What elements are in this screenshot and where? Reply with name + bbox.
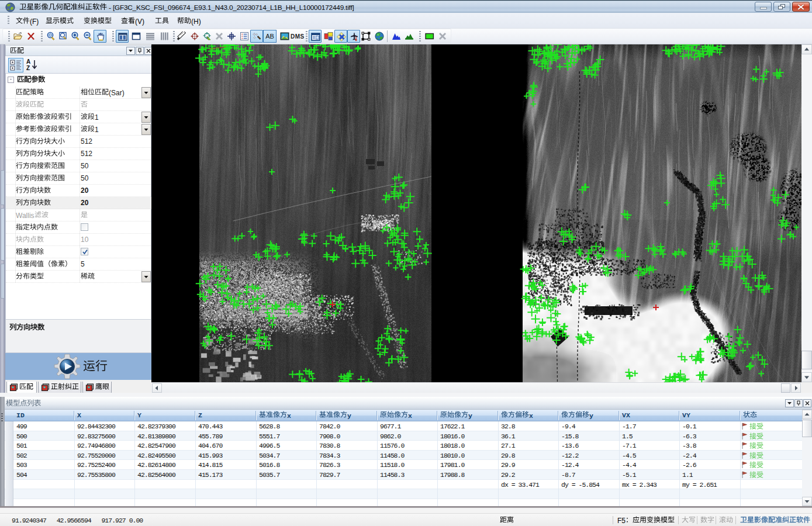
svg-text:Z: Z xyxy=(26,65,30,71)
svg-text:A: A xyxy=(26,58,30,65)
